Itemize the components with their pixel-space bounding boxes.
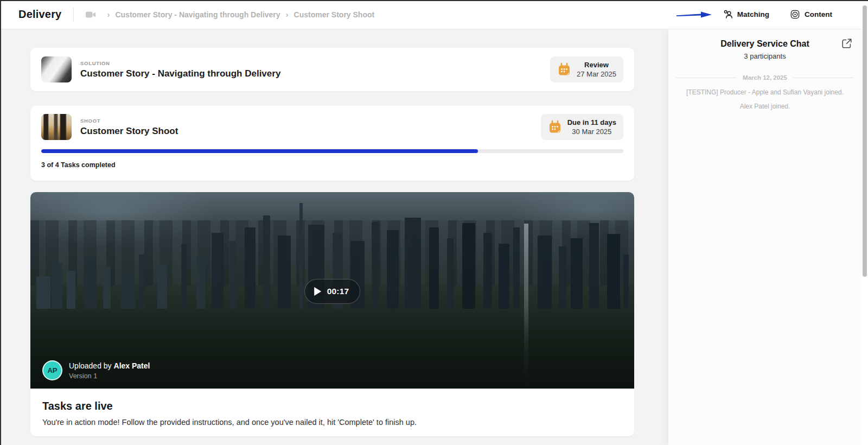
- uploaded-by-line: Uploaded by Alex Patel: [69, 361, 150, 370]
- chat-date: March 12, 2025: [743, 74, 787, 81]
- window-border-top: [0, 0, 868, 1]
- review-date-badge: Review 27 Mar 2025: [550, 56, 623, 82]
- matching-label: Matching: [737, 10, 769, 18]
- shoot-card[interactable]: SHOOT Customer Story Shoot Due in 11 day…: [30, 106, 634, 181]
- version-label: Version 1: [69, 372, 150, 380]
- play-square-icon: [790, 9, 800, 20]
- tasks-section: Tasks are live You're in action mode! Fo…: [30, 389, 634, 427]
- video-player[interactable]: 00:17 AP Uploaded by Alex Patel Version …: [30, 192, 634, 389]
- chevron-right-icon: ›: [286, 10, 289, 19]
- chevron-right-icon: ›: [107, 10, 110, 19]
- tasks-heading: Tasks are live: [42, 400, 622, 412]
- open-external-icon[interactable]: [841, 37, 853, 49]
- chat-participants: 3 participants: [668, 52, 861, 60]
- review-badge-title: Review: [577, 61, 616, 69]
- matching-button[interactable]: Matching: [723, 9, 769, 20]
- video-duration: 00:17: [327, 287, 349, 296]
- tasks-description: You're in action mode! Follow the provid…: [42, 418, 622, 427]
- annotation-arrow-icon: [676, 10, 713, 20]
- media-card: 00:17 AP Uploaded by Alex Patel Version …: [30, 192, 634, 436]
- shoot-title: Customer Story Shoot: [80, 126, 178, 137]
- chat-title: Delivery Service Chat: [668, 39, 861, 49]
- solution-card[interactable]: SOLUTION Customer Story - Navigating thr…: [30, 48, 634, 91]
- shoot-tag: SHOOT: [80, 118, 178, 124]
- users-icon: [723, 9, 733, 20]
- play-icon: [314, 287, 321, 296]
- solution-tag: SOLUTION: [80, 60, 280, 66]
- shoot-thumbnail: [41, 114, 72, 140]
- due-badge-title: Due in 11 days: [567, 118, 616, 126]
- solution-thumbnail: [41, 56, 72, 82]
- review-badge-date: 27 Mar 2025: [577, 70, 616, 78]
- page-title: Delivery: [18, 8, 61, 21]
- due-badge-date: 30 Mar 2025: [567, 128, 616, 136]
- window-border-left: [0, 0, 1, 445]
- chat-date-divider: March 12, 2025: [668, 74, 861, 81]
- chat-system-message: [TESTING] Producer - Apple and Sufian Va…: [668, 88, 861, 96]
- content-label: Content: [805, 10, 832, 18]
- header-divider: [73, 8, 74, 22]
- play-button[interactable]: 00:17: [304, 279, 361, 304]
- task-progress-label: 3 of 4 Tasks completed: [41, 161, 623, 169]
- avatar: AP: [42, 360, 62, 380]
- chat-system-message: Alex Patel joined.: [668, 103, 861, 110]
- scrollbar-thumb[interactable]: [863, 5, 867, 277]
- video-camera-icon: [86, 11, 96, 18]
- uploader-info: AP Uploaded by Alex Patel Version 1: [42, 360, 150, 380]
- breadcrumb-shoot[interactable]: Customer Story Shoot: [294, 10, 375, 19]
- breadcrumb-solution[interactable]: Customer Story - Navigating through Deli…: [115, 10, 280, 19]
- header: Delivery › Customer Story - Navigating t…: [0, 0, 868, 29]
- chat-sidebar: Delivery Service Chat 3 participants Mar…: [668, 29, 861, 445]
- due-date-badge: Due in 11 days 30 Mar 2025: [541, 114, 623, 140]
- scrollbar-track[interactable]: [861, 1, 868, 445]
- task-progress-bar: [41, 149, 623, 153]
- uploader-name: Alex Patel: [114, 361, 150, 370]
- calendar-icon: [548, 120, 562, 134]
- calendar-icon: [557, 62, 571, 77]
- content-button[interactable]: Content: [790, 9, 832, 20]
- solution-title: Customer Story - Navigating through Deli…: [80, 68, 280, 79]
- task-progress-fill: [41, 149, 478, 153]
